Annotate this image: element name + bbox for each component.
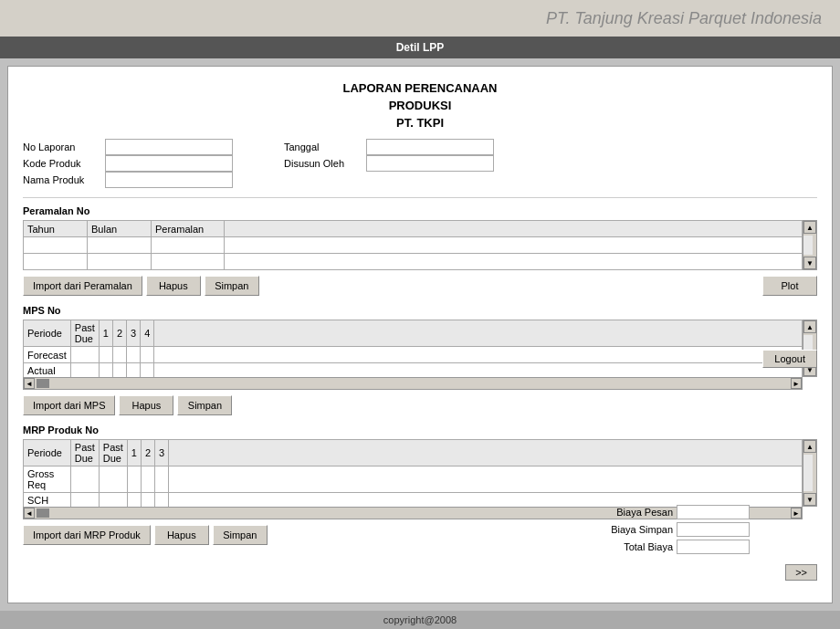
mps-th-1: 1 — [99, 320, 112, 347]
mrp-th-2: 2 — [141, 440, 154, 467]
mrp-th-pastdue2: Past Due — [99, 440, 127, 467]
mrp-td-g2 — [99, 467, 127, 493]
mrp-th-1: 1 — [127, 440, 141, 467]
no-laporan-input[interactable] — [105, 139, 233, 155]
mps-td-f2 — [99, 347, 112, 363]
simpan-peramalan-button[interactable]: Simpan — [205, 276, 259, 296]
th-extra — [225, 221, 803, 237]
scroll-thumb-mps — [37, 379, 49, 388]
hapus-mrp-button[interactable]: Hapus — [154, 525, 209, 545]
form-section: No Laporan Tanggal Kode Produk Disusun O… — [23, 139, 817, 188]
no-laporan-row: No Laporan — [23, 139, 233, 155]
title-bar: Detil LPP — [0, 37, 840, 58]
kode-produk-input[interactable] — [105, 155, 233, 172]
td-extra — [225, 237, 803, 254]
report-title-line1: LAPORAN PERENCANAAN — [23, 81, 817, 95]
divider-1 — [23, 197, 817, 198]
td-empty1 — [24, 254, 88, 270]
scroll-up-peramalan[interactable]: ▲ — [803, 221, 816, 234]
kode-produk-row: Kode Produk — [23, 155, 233, 172]
simpan-mrp-button[interactable]: Simpan — [213, 525, 268, 545]
logout-button[interactable]: Logout — [762, 350, 817, 368]
form-row-2: Kode Produk Disusun Oleh — [23, 155, 817, 172]
mps-section: MPS No Periode Past Due 1 2 3 4 — [23, 305, 817, 415]
import-peramalan-button[interactable]: Import dari Peramalan — [23, 276, 142, 296]
total-biaya-input[interactable] — [677, 540, 750, 554]
scroll-thumb-mrp — [37, 508, 49, 518]
total-biaya-label: Total Biaya — [600, 541, 673, 552]
import-mps-button[interactable]: Import dari MPS — [23, 395, 115, 415]
mrp-td-gross: Gross Req — [24, 467, 71, 493]
td-empty4 — [225, 254, 803, 270]
scrollbar-h-mps: ◄ ► — [23, 377, 803, 390]
plot-button[interactable]: Plot — [762, 276, 817, 296]
scroll-right-h-mps[interactable]: ► — [791, 378, 802, 389]
footer: copyright@2008 — [0, 611, 840, 629]
mrp-td-g1 — [70, 467, 99, 493]
biaya-simpan-input[interactable] — [677, 522, 750, 537]
mps-th-periode: Periode — [24, 320, 71, 347]
mrp-td-g5 — [155, 467, 169, 493]
cost-section: Biaya Pesan Biaya Simpan Total Biaya — [600, 505, 750, 557]
mrp-th-3: 3 — [155, 440, 169, 467]
hapus-mps-button[interactable]: Hapus — [119, 395, 173, 415]
top-bar: PT. Tanjung Kreasi Parquet Indonesia — [0, 0, 840, 37]
biaya-simpan-label: Biaya Simpan — [600, 524, 673, 535]
import-mrp-button[interactable]: Import dari MRP Produk — [23, 525, 151, 545]
mrp-th-periode: Periode — [24, 440, 71, 467]
tanggal-label: Tanggal — [284, 142, 366, 152]
scroll-left-mps[interactable]: ◄ — [24, 378, 35, 389]
simpan-mps-button[interactable]: Simpan — [177, 395, 232, 415]
mps-td-f5 — [141, 347, 154, 363]
biaya-pesan-input[interactable] — [677, 505, 750, 519]
next-button[interactable]: >> — [785, 564, 817, 581]
scroll-right-mrp: ▲ ▼ — [803, 439, 817, 507]
mps-th-2: 2 — [112, 320, 126, 347]
report-title-line2: PRODUKSI — [23, 99, 817, 112]
th-tahun: Tahun — [24, 221, 88, 237]
biaya-pesan-row: Biaya Pesan — [600, 505, 750, 519]
mrp-row-gross: Gross Req — [24, 467, 803, 493]
td-empty3 — [152, 254, 225, 270]
disusun-oleh-input[interactable] — [366, 155, 494, 172]
scroll-down-peramalan[interactable]: ▼ — [803, 257, 816, 269]
total-biaya-row: Total Biaya — [600, 540, 750, 554]
scroll-track-peramalan — [803, 236, 813, 255]
biaya-pesan-label: Biaya Pesan — [600, 507, 673, 518]
company-title: PT. Tanjung Kreasi Parquet Indonesia — [546, 9, 822, 28]
disusun-oleh-label: Disusun Oleh — [284, 158, 366, 169]
mrp-td-g3 — [127, 467, 141, 493]
peramalan-table: Tahun Bulan Peramalan — [23, 220, 803, 270]
nama-produk-label: Nama Produk — [23, 174, 105, 185]
mrp-td-g4 — [141, 467, 154, 493]
scroll-up-mps[interactable]: ▲ — [803, 320, 816, 333]
no-laporan-label: No Laporan — [23, 142, 105, 152]
scroll-left-mrp[interactable]: ◄ — [24, 508, 35, 519]
scroll-right-h-mrp[interactable]: ► — [791, 508, 802, 519]
th-bulan: Bulan — [88, 221, 152, 237]
scroll-down-mrp[interactable]: ▼ — [803, 493, 816, 506]
td-bulan — [88, 237, 152, 254]
window-title: Detil LPP — [396, 41, 445, 54]
mps-th-3: 3 — [127, 320, 141, 347]
table-row-empty — [24, 254, 803, 270]
nama-produk-row: Nama Produk — [23, 172, 817, 188]
mps-btn-row: Import dari MPS Hapus Simpan — [23, 395, 817, 415]
tanggal-input[interactable] — [366, 139, 494, 155]
nama-produk-input[interactable] — [105, 172, 233, 188]
peramalan-label: Peramalan No — [23, 205, 817, 216]
mrp-th-extra — [169, 440, 803, 467]
scroll-track-mrp — [803, 455, 813, 491]
tanggal-row: Tanggal — [284, 139, 494, 155]
hapus-peramalan-button[interactable]: Hapus — [146, 276, 201, 296]
disusun-oleh-row: Disusun Oleh — [284, 155, 494, 172]
td-tahun — [24, 237, 88, 254]
scroll-up-mrp[interactable]: ▲ — [803, 440, 816, 453]
mps-label: MPS No — [23, 305, 817, 316]
mps-row-forecast: Forecast — [24, 347, 803, 363]
footer-text: copyright@2008 — [383, 614, 457, 625]
mps-th-extra — [154, 320, 803, 347]
report-title-line3: PT. TKPI — [23, 116, 817, 130]
scroll-right-mps: ▲ ▼ — [803, 320, 817, 377]
mps-td-f1 — [70, 347, 99, 363]
